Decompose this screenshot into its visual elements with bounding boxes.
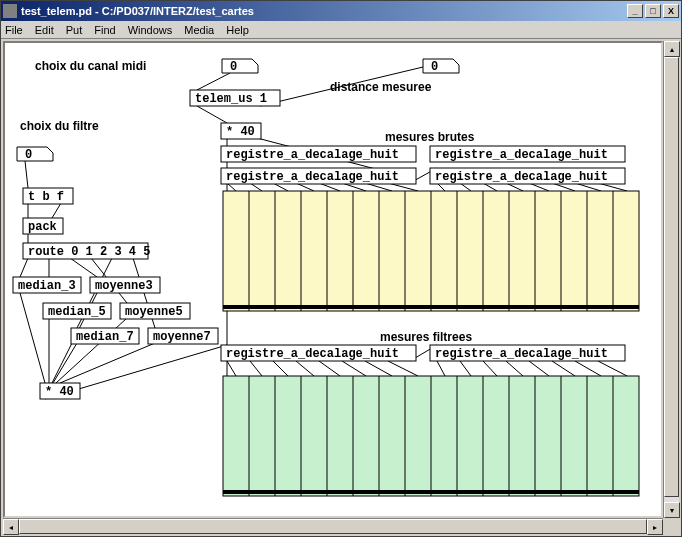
scroll-right-button[interactable]: ▸ bbox=[647, 519, 663, 535]
scroll-corner bbox=[663, 518, 679, 534]
menu-find[interactable]: Find bbox=[94, 24, 115, 36]
svg-marker-61 bbox=[423, 59, 459, 73]
svg-line-46 bbox=[319, 361, 340, 376]
svg-line-43 bbox=[250, 361, 262, 376]
svg-text:telem_us 1: telem_us 1 bbox=[195, 92, 267, 106]
scroll-left-button[interactable]: ◂ bbox=[3, 519, 19, 535]
svg-line-40 bbox=[60, 343, 155, 383]
svg-text:registre_a_decalage_huit: registre_a_decalage_huit bbox=[435, 148, 608, 162]
menu-put[interactable]: Put bbox=[66, 24, 83, 36]
svg-line-55 bbox=[552, 361, 575, 376]
close-button[interactable]: X bbox=[663, 4, 679, 18]
object-pack[interactable]: pack bbox=[23, 218, 63, 234]
svg-text:* 40: * 40 bbox=[45, 385, 74, 399]
object-reg4[interactable]: registre_a_decalage_huit bbox=[430, 345, 625, 361]
menu-help[interactable]: Help bbox=[226, 24, 249, 36]
object-telem-us[interactable]: telem_us 1 bbox=[190, 90, 280, 106]
svg-line-27 bbox=[52, 203, 61, 218]
svg-marker-59 bbox=[222, 59, 258, 73]
app-icon bbox=[3, 4, 17, 18]
object-reg2[interactable]: registre_a_decalage_huit bbox=[430, 146, 625, 162]
svg-text:registre_a_decalage_huit: registre_a_decalage_huit bbox=[435, 347, 608, 361]
svg-text:0: 0 bbox=[431, 60, 438, 74]
svg-text:registre_a_decalage_huit: registre_a_decalage_huit bbox=[226, 170, 399, 184]
svg-line-45 bbox=[296, 361, 314, 376]
comment-choix-canal[interactable]: choix du canal midi bbox=[35, 59, 146, 73]
object-mul40b[interactable]: * 40 bbox=[40, 383, 80, 399]
svg-text:moyenne5: moyenne5 bbox=[125, 305, 183, 319]
svg-line-50 bbox=[437, 361, 445, 376]
comment-filtrees[interactable]: mesures filtrees bbox=[380, 330, 472, 344]
svg-text:route 0 1 2 3 4 5: route 0 1 2 3 4 5 bbox=[28, 245, 150, 259]
scroll-thumb-h[interactable] bbox=[19, 519, 647, 534]
object-moyenne7[interactable]: moyenne7 bbox=[148, 328, 218, 344]
scroll-up-button[interactable]: ▴ bbox=[664, 41, 680, 57]
svg-line-29 bbox=[20, 258, 28, 277]
svg-line-52 bbox=[483, 361, 497, 376]
numberbox-filtre[interactable]: 0 bbox=[17, 147, 53, 162]
object-median5[interactable]: median_5 bbox=[43, 303, 111, 319]
svg-marker-63 bbox=[17, 147, 53, 161]
svg-text:pack: pack bbox=[28, 220, 57, 234]
window-title: test_telem.pd - C:/PD037/INTERZ/test_car… bbox=[21, 5, 627, 17]
scroll-thumb-v[interactable] bbox=[664, 57, 679, 497]
comment-choix-filtre[interactable]: choix du filtre bbox=[20, 119, 99, 133]
menubar: File Edit Put Find Windows Media Help bbox=[1, 21, 681, 39]
menu-edit[interactable]: Edit bbox=[35, 24, 54, 36]
object-reg3[interactable]: registre_a_decalage_huit bbox=[221, 345, 416, 361]
maximize-button[interactable]: □ bbox=[645, 4, 661, 18]
svg-text:0: 0 bbox=[230, 60, 237, 74]
svg-text:0: 0 bbox=[25, 148, 32, 162]
scrollbar-horizontal[interactable]: ◂ ▸ bbox=[3, 518, 663, 534]
svg-text:moyenne3: moyenne3 bbox=[95, 279, 153, 293]
array-filtrees[interactable] bbox=[223, 376, 639, 496]
comment-brutes[interactable]: mesures brutes bbox=[385, 130, 475, 144]
patch-canvas[interactable]: choix du canal midi distance mesuree cho… bbox=[3, 41, 663, 518]
svg-line-56 bbox=[575, 361, 601, 376]
svg-line-57 bbox=[598, 361, 627, 376]
array-brutes[interactable] bbox=[223, 191, 639, 311]
svg-line-49 bbox=[388, 361, 418, 376]
svg-text:median_5: median_5 bbox=[48, 305, 106, 319]
svg-line-53 bbox=[506, 361, 523, 376]
svg-text:* 40: * 40 bbox=[226, 125, 255, 139]
scrollbar-vertical[interactable]: ▴ ▾ bbox=[663, 41, 679, 518]
svg-text:registre_a_decalage_huit: registre_a_decalage_huit bbox=[435, 170, 608, 184]
numberbox-distance[interactable]: 0 bbox=[423, 59, 459, 74]
svg-line-51 bbox=[460, 361, 471, 376]
minimize-button[interactable]: _ bbox=[627, 4, 643, 18]
numberbox-canal[interactable]: 0 bbox=[222, 59, 258, 74]
svg-text:moyenne7: moyenne7 bbox=[153, 330, 211, 344]
object-median7[interactable]: median_7 bbox=[71, 328, 139, 344]
main-window: test_telem.pd - C:/PD037/INTERZ/test_car… bbox=[0, 0, 682, 537]
menu-windows[interactable]: Windows bbox=[128, 24, 173, 36]
object-tbf[interactable]: t b f bbox=[23, 188, 73, 204]
svg-line-25 bbox=[25, 161, 28, 188]
svg-line-1 bbox=[197, 106, 227, 123]
svg-line-47 bbox=[342, 361, 366, 376]
svg-text:registre_a_decalage_huit: registre_a_decalage_huit bbox=[226, 347, 399, 361]
svg-line-42 bbox=[227, 361, 236, 376]
object-msg-reg2b[interactable]: registre_a_decalage_huit bbox=[430, 168, 625, 184]
comment-distance[interactable]: distance mesuree bbox=[330, 80, 432, 94]
svg-line-48 bbox=[365, 361, 392, 376]
svg-line-0 bbox=[197, 73, 230, 90]
menu-media[interactable]: Media bbox=[184, 24, 214, 36]
object-median3[interactable]: median_3 bbox=[13, 277, 81, 293]
menu-file[interactable]: File bbox=[5, 24, 23, 36]
titlebar[interactable]: test_telem.pd - C:/PD037/INTERZ/test_car… bbox=[1, 1, 681, 21]
svg-line-35 bbox=[20, 293, 45, 383]
object-route[interactable]: route 0 1 2 3 4 5 bbox=[23, 243, 150, 259]
object-reg1[interactable]: registre_a_decalage_huit bbox=[221, 146, 416, 162]
scroll-down-button[interactable]: ▾ bbox=[664, 502, 680, 518]
svg-text:median_7: median_7 bbox=[76, 330, 134, 344]
object-moyenne5[interactable]: moyenne5 bbox=[120, 303, 190, 319]
object-msg-reg1b[interactable]: registre_a_decalage_huit bbox=[221, 168, 416, 184]
svg-text:registre_a_decalage_huit: registre_a_decalage_huit bbox=[226, 148, 399, 162]
client-area: choix du canal midi distance mesuree cho… bbox=[1, 39, 681, 536]
object-moyenne3[interactable]: moyenne3 bbox=[90, 277, 160, 293]
object-mul40a[interactable]: * 40 bbox=[221, 123, 261, 139]
svg-text:median_3: median_3 bbox=[18, 279, 76, 293]
svg-line-54 bbox=[529, 361, 549, 376]
svg-text:t b f: t b f bbox=[28, 190, 64, 204]
